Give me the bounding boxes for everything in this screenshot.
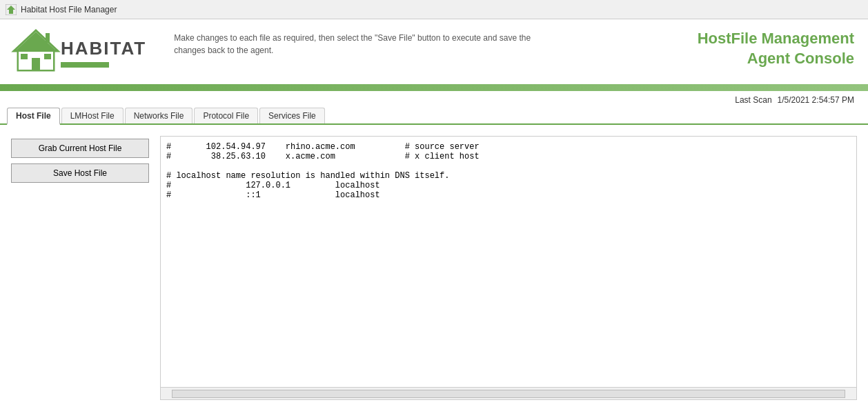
textarea-container — [160, 136, 857, 400]
tab-networks-file[interactable]: Networks File — [125, 108, 193, 123]
habitat-logo-icon — [11, 28, 61, 77]
last-scan-value: 1/5/2021 2:54:57 PM — [778, 95, 854, 105]
horizontal-scrollbar-track[interactable] — [172, 390, 845, 398]
svg-rect-8 — [44, 54, 51, 59]
logo-container: HABITAT — [11, 28, 146, 77]
title-bar: Habitat Host File Manager — [0, 0, 868, 19]
last-scan-label: Last Scan — [735, 95, 771, 105]
save-host-file-button[interactable]: Save Host File — [11, 163, 149, 183]
tab-bar: Host File LMHost File Networks File Prot… — [0, 108, 868, 125]
green-bar — [0, 84, 868, 91]
last-scan-bar: Last Scan 1/5/2021 2:54:57 PM — [0, 91, 868, 108]
tab-lmhost-file[interactable]: LMHost File — [61, 108, 124, 123]
tab-protocol-file[interactable]: Protocol File — [194, 108, 258, 123]
file-content-textarea[interactable] — [161, 137, 856, 385]
logo-text: HABITAT — [61, 38, 146, 59]
title-bar-label: Habitat Host File Manager — [21, 5, 117, 14]
main-content: Grab Current Host File Save Host File — [0, 125, 868, 400]
grab-host-file-button[interactable]: Grab Current Host File — [11, 139, 149, 158]
left-panel: Grab Current Host File Save Host File — [11, 136, 149, 400]
app-title: HostFile Management Agent Console — [698, 29, 854, 68]
svg-rect-6 — [32, 58, 40, 70]
bottom-scrollbar[interactable] — [161, 387, 856, 399]
svg-rect-2 — [9, 10, 13, 14]
header: HABITAT Make changes to each file as req… — [0, 19, 868, 84]
svg-rect-7 — [21, 54, 28, 59]
app-icon — [6, 4, 17, 15]
header-description: Make changes to each file as required, t… — [174, 32, 531, 57]
svg-marker-4 — [15, 32, 57, 51]
logo-green-bar — [61, 62, 109, 68]
tab-services-file[interactable]: Services File — [259, 108, 325, 123]
tab-host-file[interactable]: Host File — [7, 108, 60, 125]
svg-rect-9 — [46, 33, 50, 43]
